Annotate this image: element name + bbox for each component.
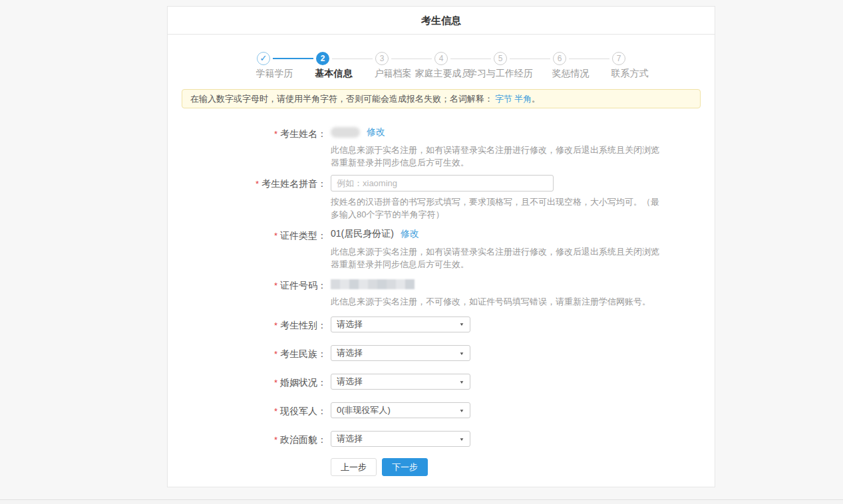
- name-pinyin-label: *考生姓名拼音：: [168, 175, 327, 221]
- marital-status-label: *婚姻状况：: [168, 374, 327, 390]
- redacted-name-value: [331, 127, 360, 138]
- military-service-select-value: 0(非现役军人): [337, 404, 391, 416]
- step-1-education-status[interactable]: ✓ 学籍学历: [234, 52, 293, 80]
- step-number: 7: [612, 52, 625, 65]
- step-label: 学籍学历: [256, 68, 293, 80]
- step-6-rewards-punishments[interactable]: 6 奖惩情况: [530, 52, 590, 80]
- step-number: 5: [494, 52, 507, 65]
- edit-id-type-link[interactable]: 修改: [401, 228, 419, 240]
- required-star: *: [274, 378, 277, 388]
- name-pinyin-help: 按姓名的汉语拼音的书写形式填写，要求顶格写，且不可出现空格，大小写均可。（最多输…: [331, 195, 663, 221]
- step-2-basic-info[interactable]: 2 基本信息: [293, 52, 353, 80]
- chevron-down-icon: ▼: [459, 436, 464, 441]
- step-label: 家庭主要成员: [415, 68, 471, 80]
- footer-divider: [0, 499, 843, 504]
- id-type-value: 01(居民身份证): [331, 228, 394, 240]
- step-number: 3: [375, 52, 389, 65]
- military-service-label: *现役军人：: [168, 402, 327, 418]
- candidate-name-label: *考生姓名：: [168, 125, 327, 169]
- form-actions: 上一步 下一步: [168, 458, 715, 476]
- ethnicity-select-value: 请选择: [337, 347, 363, 359]
- page-title: 考生信息: [168, 7, 715, 35]
- required-star: *: [274, 320, 277, 330]
- check-icon: ✓: [257, 52, 270, 65]
- gender-select[interactable]: 请选择 ▼: [331, 316, 470, 332]
- name-pinyin-input[interactable]: [331, 175, 554, 191]
- id-number-label: *证件号码：: [168, 277, 327, 308]
- step-7-contact-info[interactable]: 7 联系方式: [590, 52, 649, 80]
- field-gender: *考生性别： 请选择 ▼: [168, 316, 715, 332]
- step-3-household-archive[interactable]: 3 户籍档案: [353, 52, 412, 80]
- step-label: 学习与工作经历: [468, 68, 533, 80]
- political-status-select-value: 请选择: [337, 433, 363, 445]
- actions-spacer: [168, 458, 327, 476]
- step-number: 4: [434, 52, 448, 65]
- marital-status-select-value: 请选择: [337, 376, 363, 388]
- notice-suffix: 。: [532, 94, 540, 104]
- chevron-down-icon: ▼: [459, 322, 464, 326]
- required-star: *: [274, 281, 277, 291]
- required-star: *: [274, 349, 277, 359]
- edit-name-link[interactable]: 修改: [367, 126, 385, 138]
- field-ethnicity: *考生民族： 请选择 ▼: [168, 345, 715, 361]
- required-star: *: [274, 406, 277, 416]
- step-label: 户籍档案: [375, 68, 412, 80]
- field-id-number: *证件号码： 此信息来源于实名注册，不可修改，如证件号码填写错误，请重新注册学信…: [168, 277, 715, 308]
- field-id-type: *证件类型： 01(居民身份证) 修改 此信息来源于实名注册，如有误请登录实名注…: [168, 227, 715, 271]
- step-label: 奖惩情况: [552, 68, 590, 80]
- step-label: 联系方式: [611, 68, 649, 80]
- stepper: ✓ 学籍学历 2 基本信息 3 户籍档案 4 家庭主要成员 5 学习与工作经历 …: [168, 35, 715, 80]
- required-star: *: [255, 179, 259, 189]
- step-number: 2: [316, 52, 329, 65]
- field-political-status: *政治面貌： 请选择 ▼: [168, 431, 715, 447]
- step-label: 基本信息: [315, 68, 353, 80]
- redacted-id-number-value: [331, 279, 415, 289]
- step-5-study-work-experience[interactable]: 5 学习与工作经历: [471, 52, 530, 80]
- id-type-label: *证件类型：: [168, 227, 327, 271]
- political-status-select[interactable]: 请选择 ▼: [331, 431, 470, 447]
- id-number-help: 此信息来源于实名注册，不可修改，如证件号码填写错误，请重新注册学信网账号。: [331, 295, 663, 308]
- ethnicity-select[interactable]: 请选择 ▼: [331, 345, 470, 361]
- required-star: *: [274, 129, 277, 139]
- military-service-select[interactable]: 0(非现役军人) ▼: [331, 402, 470, 418]
- field-military-service: *现役军人： 0(非现役军人) ▼: [168, 402, 715, 418]
- field-candidate-name: *考生姓名： 修改 此信息来源于实名注册，如有误请登录实名注册进行修改，修改后退…: [168, 125, 715, 169]
- basic-info-form: *考生姓名： 修改 此信息来源于实名注册，如有误请登录实名注册进行修改，修改后退…: [168, 108, 715, 487]
- chevron-down-icon: ▼: [459, 350, 464, 355]
- candidate-info-card: 考生信息 ✓ 学籍学历 2 基本信息 3 户籍档案 4 家庭主要成员 5 学习与…: [167, 6, 715, 487]
- required-star: *: [274, 231, 277, 241]
- notice-text: 在输入数字或字母时，请使用半角字符，否则可能会造成报名失败；名词解释：: [190, 94, 493, 104]
- id-type-help: 此信息来源于实名注册，如有误请登录实名注册进行修改，修改后退出系统且关闭浏览器重…: [331, 245, 663, 271]
- halfwidth-definition-link[interactable]: 半角: [514, 94, 532, 104]
- prev-step-button[interactable]: 上一步: [331, 458, 377, 476]
- field-marital-status: *婚姻状况： 请选择 ▼: [168, 374, 715, 390]
- step-number: 6: [553, 52, 566, 65]
- chevron-down-icon: ▼: [459, 379, 464, 384]
- candidate-name-help: 此信息来源于实名注册，如有误请登录实名注册进行修改，修改后退出系统且关闭浏览器重…: [331, 144, 663, 169]
- byte-definition-link[interactable]: 字节: [495, 94, 512, 104]
- next-step-button[interactable]: 下一步: [382, 458, 428, 476]
- chevron-down-icon: ▼: [459, 408, 464, 412]
- marital-status-select[interactable]: 请选择 ▼: [331, 374, 470, 390]
- political-status-label: *政治面貌：: [168, 431, 327, 447]
- field-name-pinyin: *考生姓名拼音： 按姓名的汉语拼音的书写形式填写，要求顶格写，且不可出现空格，大…: [168, 175, 715, 221]
- step-4-family-members[interactable]: 4 家庭主要成员: [412, 52, 471, 80]
- halfwidth-notice: 在输入数字或字母时，请使用半角字符，否则可能会造成报名失败；名词解释：字节半角。: [182, 89, 701, 108]
- gender-label: *考生性别：: [168, 316, 327, 332]
- gender-select-value: 请选择: [337, 318, 363, 330]
- required-star: *: [274, 435, 277, 445]
- ethnicity-label: *考生民族：: [168, 345, 327, 361]
